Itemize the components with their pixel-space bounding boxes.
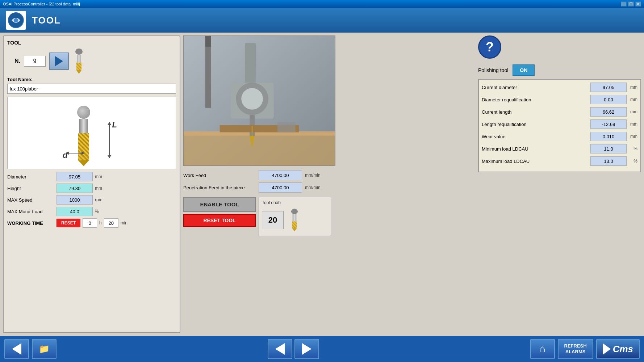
- right-specs-table: Current diameter 97.05 mm Diameter requa…: [478, 79, 641, 172]
- tool-number-input[interactable]: [24, 56, 46, 67]
- action-buttons: ENABLE TOOL RESET TOOL: [183, 197, 256, 227]
- right-panel: ? Polishing tool ON Current diameter 97.…: [478, 35, 641, 333]
- title-bar: OSAI ProcessController - [22 tool data_m…: [0, 0, 644, 8]
- left-panel-title: TOOL: [7, 40, 176, 46]
- svg-rect-13: [205, 36, 211, 47]
- svg-point-1: [14, 18, 18, 22]
- diameter-unit: mm: [95, 174, 102, 179]
- nav-back-button[interactable]: [268, 339, 292, 359]
- max-speed-row: MAX Speed 1000 rpm: [7, 195, 176, 205]
- svg-rect-3: [184, 133, 335, 166]
- min-load-label: Minimum load LDCAU: [482, 146, 588, 152]
- tool-enab-number: 20: [262, 211, 284, 229]
- dim-L-label: L: [112, 120, 117, 130]
- bottom-center-section: ENABLE TOOL RESET TOOL Tool enab 20: [183, 197, 475, 236]
- min-load-value: 11.0: [590, 144, 627, 153]
- folder-icon: 📁: [39, 344, 50, 354]
- tool-enab-content: 20: [262, 207, 328, 233]
- back-button[interactable]: [4, 339, 29, 359]
- wear-value-unit: mm: [629, 134, 637, 139]
- refresh-line1: REFRESH: [564, 343, 587, 349]
- restore-button[interactable]: ❐: [628, 1, 634, 7]
- left-panel: TOOL N. Tool Name:: [3, 35, 180, 333]
- length-requalification-row: Length requalification -12.69 mm: [482, 119, 637, 129]
- dim-arrow-horizontal: [66, 153, 84, 153]
- help-icon: ?: [486, 39, 494, 55]
- tool-enab-title: Tool enab: [262, 200, 328, 205]
- polishing-label: Polishing tool: [478, 67, 508, 73]
- work-feed-unit: mm/min: [305, 173, 321, 178]
- height-row: Height 79.30 mm: [7, 184, 176, 193]
- max-motor-load-row: MAX Motor Load 40.0 %: [7, 207, 176, 216]
- current-diameter-label: Current diameter: [482, 85, 588, 90]
- current-diameter-value: 97.05: [590, 83, 627, 92]
- wear-value-value: 0.010: [590, 132, 627, 141]
- diameter-requalification-value: 0.00: [590, 95, 627, 104]
- cms-logo[interactable]: Cms: [596, 339, 640, 359]
- current-length-value: 66.62: [590, 107, 627, 117]
- wt-h-unit: h: [99, 220, 102, 226]
- max-motor-load-unit: %: [95, 209, 99, 214]
- polishing-on-button[interactable]: ON: [513, 64, 535, 76]
- length-requalification-value: -12.69: [590, 119, 627, 129]
- header: TOOL: [0, 8, 644, 33]
- bottom-toolbar: 📁 ⌂ REFRESH ALARMS Cms: [0, 336, 644, 362]
- feed-section: Work Feed 4700.00 mm/min Penetration Fee…: [183, 169, 475, 194]
- home-button[interactable]: ⌂: [530, 339, 555, 359]
- min-load-row: Minimum load LDCAU 11.0 %: [482, 144, 637, 153]
- svg-rect-16: [277, 122, 296, 132]
- polishing-row: Polishing tool ON: [478, 64, 641, 76]
- minimize-button[interactable]: —: [621, 1, 627, 7]
- diameter-requalification-unit: mm: [629, 97, 637, 102]
- close-button[interactable]: ✕: [635, 1, 641, 7]
- tool-name-label: Tool Name:: [7, 77, 176, 82]
- nav-forward-button[interactable]: [294, 339, 319, 359]
- folder-button[interactable]: 📁: [32, 339, 57, 359]
- tool-name-input[interactable]: [7, 84, 176, 94]
- center-panel: Work Feed 4700.00 mm/min Penetration Fee…: [183, 35, 475, 333]
- height-unit: mm: [95, 186, 102, 191]
- wt-minutes-value: 20: [104, 218, 118, 228]
- height-value[interactable]: 79.30: [57, 184, 93, 193]
- enable-tool-button[interactable]: ENABLE TOOL: [183, 197, 256, 212]
- working-time-reset-button[interactable]: RESET: [57, 219, 80, 227]
- current-length-label: Current length: [482, 109, 588, 115]
- help-button[interactable]: ?: [478, 35, 501, 59]
- max-speed-label: MAX Speed: [7, 197, 54, 203]
- back-icon: [12, 343, 21, 355]
- diameter-value[interactable]: 97.05: [57, 172, 93, 181]
- tool-enab-box: Tool enab 20: [259, 197, 331, 236]
- max-speed-unit: rpm: [95, 197, 103, 202]
- penetration-feed-row: Penetration Feed in the piece 4700.00 mm…: [183, 182, 475, 193]
- working-time-row: WORKING TIME RESET 0 h 20 min: [7, 218, 176, 228]
- penetration-feed-unit: mm/min: [305, 185, 321, 190]
- cms-arrow-icon: [603, 343, 611, 355]
- height-label: Height: [7, 186, 54, 191]
- dim-arrow-vertical: [109, 122, 110, 158]
- tool-number-row: N.: [14, 49, 176, 74]
- diameter-label: Diameter: [7, 174, 54, 180]
- max-load-row: Maximum load LDCAU 13.0 %: [482, 156, 637, 166]
- tool-icon: [72, 49, 85, 74]
- penetration-feed-label: Penetration Feed in the piece: [183, 185, 256, 190]
- play-button[interactable]: [49, 52, 69, 70]
- tool-enab-icon: [289, 209, 300, 232]
- refresh-alarms-button[interactable]: REFRESH ALARMS: [558, 339, 593, 359]
- title-bar-text: OSAI ProcessController - [22 tool data_m…: [3, 2, 80, 6]
- max-speed-value[interactable]: 1000: [57, 195, 93, 205]
- diagram-drill: [77, 106, 90, 166]
- reset-tool-button[interactable]: RESET TOOL: [183, 214, 256, 227]
- min-load-unit: %: [629, 146, 637, 151]
- max-load-label: Maximum load LDCAU: [482, 159, 588, 164]
- page-title: TOOL: [32, 15, 61, 26]
- nav-back-icon: [275, 343, 285, 355]
- work-feed-label: Work Feed: [183, 173, 256, 178]
- nav-button-group: [268, 339, 319, 359]
- working-time-label: WORKING TIME: [7, 220, 54, 226]
- title-bar-controls: — ❐ ✕: [621, 1, 641, 7]
- penetration-feed-value[interactable]: 4700.00: [259, 182, 302, 193]
- work-feed-value[interactable]: 4700.00: [259, 170, 302, 180]
- tool-diagram: L d: [7, 97, 176, 169]
- diagram-content: L d: [59, 102, 124, 164]
- max-motor-load-value[interactable]: 40.0: [57, 207, 93, 216]
